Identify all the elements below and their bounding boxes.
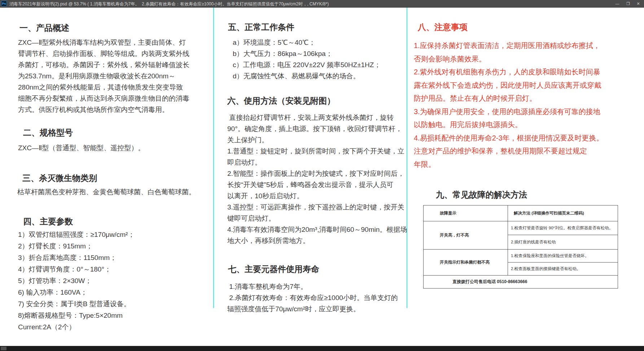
section-heading-working-conditions: 五、正常工作条件 [228,22,294,33]
close-button[interactable]: ✕ [634,1,643,6]
text-line: 1.普通型：旋钮定时，旋到所需时间，按下两个开关键，立 [227,146,407,157]
fault-cell: 开关指示灯和杀菌灯都不亮 [424,250,508,276]
text-line: 4.易损耗配件的使用寿命2-3年，根据使用情况要及时更换。 [414,131,604,145]
text-line: 细胞不再分裂繁殖，从而达到杀灭病原微生物目的的消毒 [18,93,189,104]
section-heading-main-parameters: 四、主要参数 [23,216,73,227]
text-line: c）工作电源：电压 220V±22V 频率50HZ±1HZ； [233,59,381,70]
text-line: b）大气压力：86kpa～106kpa； [233,48,381,59]
text-line: 6) 输入功率：160VA； [18,287,135,298]
fold-guide-line-left [213,7,214,308]
working-conditions-list: a）环境温度：5℃～40℃；b）大气压力：86kpa～106kpa；c）工作电源… [233,37,381,82]
text-line: 5）灯管功率：2×30W； [18,275,135,287]
text-line: 键即可启动灯。 [227,213,407,224]
solution-cell: 2.插灯座的线是否有松动 [508,235,618,250]
text-line: 为253.7nm。是利用病原微生物吸收波长在200nm～ [18,70,189,82]
restore-button[interactable]: ❐ [624,1,632,6]
text-line: 地大小，再移到所需地方。 [227,235,407,246]
usage-method-paragraph: 直接抬起灯臂调节杆，安装上两支紫外线杀菌灯，旋转90°。确定角度，插上电源。按下… [227,112,407,246]
text-line: 即启动灯。 [227,157,407,168]
minimize-button[interactable]: — [613,1,622,6]
text-line: 7) 安全分类：属于Ⅰ类B 型普通设备。 [18,298,135,310]
text-line: 2.杀菌灯有效寿命：有效寿命应≥1000小时。当单支灯的 [227,292,398,303]
service-phone-cell: 直接拨打公司售后电话 0510-86663666 [424,276,618,289]
text-line: a）环境温度：5℃～40℃； [233,37,381,48]
section-heading-spec-model: 二、规格型号 [23,127,73,138]
text-line: 4.消毒车有效消毒空间为20m³,消毒时间60～90min。根据场 [227,224,407,235]
table-row: 开关亮，灯不亮 1.检查灯管是否旋转 90°到位。检查启辉器是否有松动。 [424,221,618,235]
text-line: 1）双管灯组辐照强度：≥170μw/cm²； [18,229,135,240]
text-line: 露在紫外线下会造成灼伤，因此使用时人员应该离开或穿戴 [414,79,604,92]
fault-cell: 开关亮，灯不亮 [424,221,508,250]
troubleshooting-table: 故障显示 解决方法 (详细操作可扫描页末二维码) 开关亮，灯不亮 1.检查灯管是… [423,205,618,289]
text-line: 臂调节杆、启动操作面板、脚轮等组成。内装两支紫外线 [18,48,189,59]
section-heading-product-overview: 一、产品概述 [19,22,69,34]
main-parameters-list: 1）双管灯组辐照强度：≥170μw/cm²；2）灯臂长度：915mm；3）折合后… [18,229,135,333]
component-lifespan-paragraph: 1.消毒车整机寿命为7年。 2.杀菌灯有效寿命：有效寿命应≥1000小时。当单支… [227,281,398,315]
text-line: 辐照强度值低于70μw/cm²时，应立即更换。 [227,303,398,315]
text-line: 注意对产品的维护和保养，整机使用期限不要超过规定 [414,144,604,158]
text-line: 2.智能型：操作面板上的定时为按键式，按下对应时间后， [227,168,407,179]
precautions-paragraph: 1.应保持杀菌灯管表面清洁，定期用医用酒精或纱布擦拭，否则会影响杀菌效果。2.紫… [414,39,604,171]
text-line: 防护用品。禁止在有人的时候开启灯。 [414,92,604,105]
table-row: 开关指示灯和杀菌灯都不亮 1.检查保险座和里面的保险丝管是否烧坏。 [424,250,618,263]
text-line: ZXC—Ⅱ型紫外线消毒车结构为双管型，主要由筒体、灯 [18,37,189,48]
section-heading-troubleshooting: 九、常见故障的解决方法 [436,189,527,200]
text-line: 280nm之间的紫外线能量后，其遗传物质发生突变导致 [18,82,189,93]
window-titlebar[interactable]: Ps 消毒车2021年新说明书(2).psd @ 53.7% ( 1.消毒车整机… [0,0,644,8]
text-line: 方式。供医疗机构或其他场所作室内空气消毒用。 [18,104,189,115]
spec-model-text: ZXC—Ⅱ型（普通型、智能型、遥控型）。 [18,142,145,153]
text-line: 2.紫外线对有机细胞有杀伤力，人的皮肤和眼睛如长时间暴 [414,65,604,79]
section-heading-usage-method: 六、使用方法（安装见附图） [227,95,335,107]
product-overview-paragraph: ZXC—Ⅱ型紫外线消毒车结构为双管型，主要由筒体、灯臂调节杆、启动操作面板、脚轮… [18,37,189,115]
text-line: 3.为确保用户使用安全，使用的电源插座必须有可靠的接地 [414,105,604,118]
text-line: 3）折合后离地高度：1150mm； [18,252,135,264]
text-line: 8)熔断器规格型号：Type:5×20mm [18,310,135,321]
table-header-fault: 故障显示 [424,205,508,221]
text-line: 长按“开关键”5秒后，蜂鸣器会发出提示音，提示人员可 [227,179,407,190]
table-header-solution: 解决方法 (详细操作可扫描页末二维码) [508,205,618,221]
solution-cell: 1.检查灯管是否旋转 90°到位。检查启辉器是否有松动。 [508,221,618,235]
solution-cell: 2.检查面板里面的接插键是否有松动。 [508,263,618,276]
window-title: 消毒车2021年新说明书(2).psd @ 53.7% ( 1.消毒车整机寿命为… [9,1,329,7]
text-line: 90°。确定角度，插上电源。按下顶销，收回灯臂调节杆， [227,123,407,134]
photoshop-window: { "window": { "app_icon": "Ps", "title":… [0,0,644,351]
text-line: 以离开，10秒后启动灯。 [227,190,407,202]
text-line: d）无腐蚀性气体、易燃易爆气体的场合。 [233,70,381,82]
text-line: 2）灯臂长度：915mm； [18,240,135,252]
text-line: 直接抬起灯臂调节杆，安装上两支紫外线杀菌灯，旋转 [227,112,407,123]
text-line: 以防触电。用完后拔掉电源插头。 [414,118,604,131]
text-line: 年限。 [414,158,604,171]
text-line: 1.消毒车整机寿命为7年。 [227,281,398,292]
table-footer-row: 直接拨打公司售后电话 0510-86663666 [424,276,618,289]
photoshop-app-icon[interactable]: Ps [1,1,7,6]
text-line: 否则会影响杀菌效果。 [414,52,604,66]
section-heading-precautions: 八、注意事项 [418,22,468,33]
text-line: 杀菌灯，可移动。杀菌因子：紫外线，紫外辐射峰值波长 [18,59,189,70]
text-line: Current:2A（2个） [18,321,135,333]
text-line: 4）灯臂调节角度：0°～180°； [18,264,135,275]
status-bar [0,346,644,351]
table-header-row: 故障显示 解决方法 (详细操作可扫描页末二维码) [424,205,618,221]
section-heading-component-lifespan: 七、主要元器件使用寿命 [228,264,319,275]
text-line: 3.遥控型：可远距离操作，按下遥控器上的定时键，按开关 [227,202,407,213]
status-bar-corner [1,347,6,350]
microbe-types-text: 枯草杆菌黑色变种芽孢、金黄色葡萄球菌、白色葡萄球菌。 [17,186,196,198]
section-heading-microbe-types: 三、杀灭微生物类别 [22,173,97,184]
text-line: 1.应保持杀菌灯管表面清洁，定期用医用酒精或纱布擦拭， [414,39,604,52]
solution-cell: 1.检查保险座和里面的保险丝管是否烧坏。 [508,250,618,263]
text-line: 关上保护门。 [227,134,407,146]
